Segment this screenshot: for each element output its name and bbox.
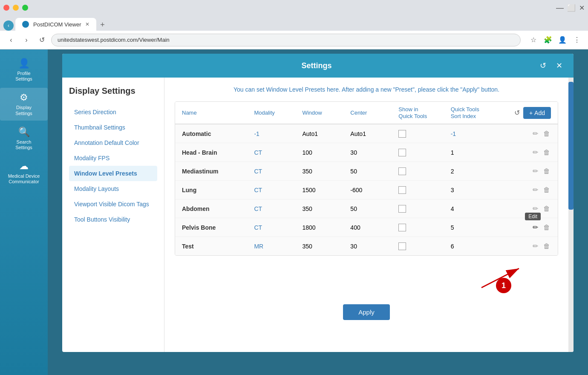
nav-item-modality-layouts[interactable]: Modality Layouts [69, 181, 157, 196]
edit-row-button[interactable]: ✏ [532, 222, 539, 232]
menu-button[interactable]: ⋮ [571, 34, 583, 46]
window-close-icon[interactable]: ✕ [579, 4, 585, 12]
cell-actions: ✏ 🗑 [511, 166, 551, 176]
sidebar-item-profile[interactable]: 👤 Profile Settings [0, 54, 48, 86]
table-row: Automatic -1 Auto1 Auto1 -1 ✏ 🗑 [175, 124, 558, 143]
modal-header: Settings ↺ ✕ [62, 54, 574, 78]
sidebar-item-medical-label: Medical Device Communicator [8, 173, 40, 185]
col-show-quick-tools: Show inQuick Tools [398, 106, 450, 119]
delete-row-button[interactable]: 🗑 [542, 129, 551, 138]
cell-center: 30 [350, 243, 398, 250]
edit-row-button[interactable]: ✏ [532, 129, 539, 138]
modal-title: Settings [96, 61, 537, 70]
profile-button[interactable]: 👤 [556, 34, 568, 46]
delete-row-button[interactable]: 🗑 [542, 204, 551, 213]
delete-row-button[interactable]: 🗑 [542, 147, 551, 157]
cell-actions: ✏ 🗑 [511, 241, 551, 251]
url-text: unitedstateswest.postdicom.com/Viewer/Ma… [58, 37, 170, 43]
callout-arrow-svg [447, 260, 533, 294]
bookmark-button[interactable]: ☆ [527, 34, 539, 46]
info-text: You can set Window Level Presets here. A… [175, 86, 558, 93]
add-preset-button[interactable]: + Add [523, 107, 551, 119]
cell-center: 30 [350, 149, 398, 156]
tab-close-button[interactable]: ✕ [85, 21, 89, 27]
nav-icons: ☆ 🧩 👤 ⋮ [527, 34, 583, 46]
sidebar-item-search[interactable]: 🔍 Search Settings [0, 122, 48, 155]
add-icon: + [529, 110, 533, 116]
cell-actions: ✏ 🗑 [511, 147, 551, 157]
cell-sort-index: 1 [451, 149, 511, 156]
modal-reset-button[interactable]: ↺ [537, 60, 549, 72]
browser-titlebar: — ⬜ ✕ [0, 0, 588, 15]
tab-favicon [22, 21, 29, 28]
cell-sort-index: 6 [451, 243, 511, 250]
apply-section: Apply [175, 304, 558, 320]
nav-item-modality-fps[interactable]: Modality FPS [69, 150, 157, 166]
cell-sort-index: -1 [451, 130, 511, 137]
cell-center: -600 [350, 187, 398, 193]
tab-bar: ‹ PostDICOM Viewer ✕ + [0, 15, 588, 31]
nav-item-viewport-visible-dicom-tags[interactable]: Viewport Visible Dicom Tags [69, 196, 157, 212]
cell-sort-index: 3 [451, 187, 511, 193]
delete-row-button[interactable]: 🗑 [542, 241, 551, 251]
extensions-button[interactable]: 🧩 [542, 34, 554, 46]
new-tab-button[interactable]: + [96, 19, 108, 31]
window-minimize-icon[interactable]: — [556, 3, 564, 12]
col-actions: ↺ + Add [511, 107, 551, 119]
cell-actions: ✏ Edit 🗑 [511, 222, 551, 232]
cell-sort-index: 2 [451, 168, 511, 175]
sidebar-item-search-label: Search Settings [15, 139, 32, 150]
active-tab[interactable]: PostDICOM Viewer ✕ [15, 18, 96, 31]
cell-name: Head - Brain [182, 149, 254, 156]
edit-row-button[interactable]: ✏ [532, 147, 539, 157]
callout-circle: 1 [496, 278, 511, 293]
window-restore-icon[interactable]: ⬜ [567, 4, 576, 12]
edit-tooltip: Edit [525, 213, 541, 220]
edit-row-button[interactable]: ✏ [532, 166, 539, 176]
cell-center: 50 [350, 205, 398, 212]
table-row: Abdomen CT 350 50 4 ✏ 🗑 [175, 199, 558, 218]
cell-window: 1500 [302, 187, 350, 193]
cell-modality: CT [254, 187, 302, 193]
delete-row-button[interactable]: 🗑 [542, 185, 551, 195]
settings-nav: Display Settings Series Direction Thumbn… [62, 78, 164, 352]
edit-row-button[interactable]: ✏ [532, 185, 539, 195]
col-sort-index: Quick ToolsSort Index [451, 106, 511, 119]
tab-title: PostDICOM Viewer [33, 21, 81, 28]
modal-close-button[interactable]: ✕ [553, 60, 565, 72]
nav-item-tool-buttons-visibility[interactable]: Tool Buttons Visibility [69, 212, 157, 227]
delete-row-button[interactable]: 🗑 [542, 166, 551, 176]
cell-actions: ✏ 🗑 [511, 129, 551, 138]
cell-actions: ✏ 🗑 [511, 185, 551, 195]
edit-row-button[interactable]: ✏ [532, 204, 539, 213]
scroll-thumb [568, 82, 574, 210]
edit-row-button[interactable]: ✏ [532, 241, 539, 251]
delete-row-button[interactable]: 🗑 [542, 222, 551, 232]
cell-show-quick-tools [398, 205, 450, 213]
profile-icon: 👤 [18, 58, 30, 69]
forward-button[interactable]: › [20, 34, 32, 46]
display-icon: ⚙ [20, 92, 28, 103]
window-minimize-button[interactable] [13, 5, 19, 11]
nav-item-annotation-default-color[interactable]: Annotation Default Color [69, 135, 157, 150]
nav-item-window-level-presets[interactable]: Window Level Presets [69, 166, 157, 181]
nav-item-thumbnail-settings[interactable]: Thumbnail Settings [69, 120, 157, 135]
scrollbar[interactable] [568, 78, 574, 352]
window-close-button[interactable] [3, 5, 9, 11]
sidebar-item-display[interactable]: ⚙ Display Settings [0, 88, 48, 120]
nav-item-series-direction[interactable]: Series Direction [69, 104, 157, 120]
cell-window: 1800 [302, 224, 350, 231]
tab-back-btn[interactable]: ‹ [3, 20, 14, 31]
reset-table-button[interactable]: ↺ [514, 109, 520, 117]
window-maximize-button[interactable] [22, 5, 28, 11]
apply-button[interactable]: Apply [343, 304, 390, 320]
cell-sort-index: 5 [451, 224, 511, 231]
settings-modal: Settings ↺ ✕ Display Settings Series Dir… [62, 54, 574, 352]
col-window: Window [302, 110, 350, 116]
address-bar[interactable]: unitedstateswest.postdicom.com/Viewer/Ma… [51, 34, 521, 46]
back-button[interactable]: ‹ [5, 34, 17, 46]
refresh-button[interactable]: ↺ [36, 34, 48, 46]
modal-overlay: Settings ↺ ✕ Display Settings Series Dir… [48, 49, 588, 375]
sidebar-item-medical[interactable]: ☁ Medical Device Communicator [0, 156, 48, 189]
col-name: Name [182, 110, 254, 116]
